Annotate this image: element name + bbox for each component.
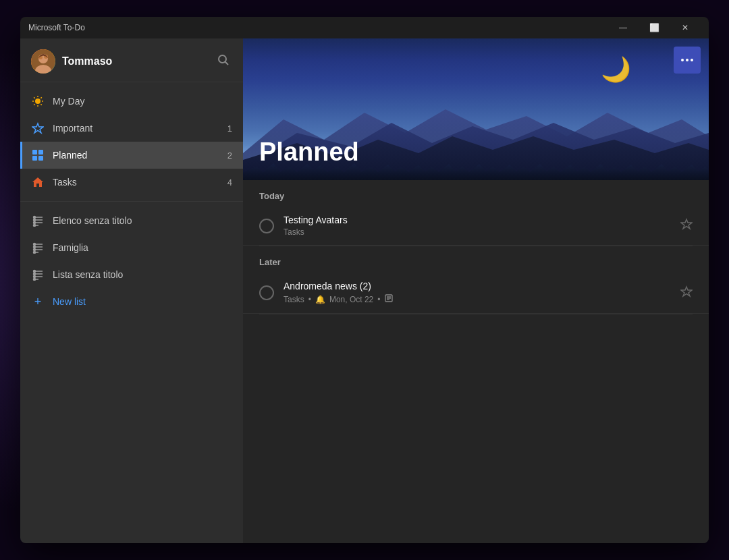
- sidebar-header: Tommaso: [20, 38, 243, 82]
- svg-point-46: [34, 279, 36, 281]
- nav-label-famiglia: Famiglia: [53, 242, 232, 253]
- nav-label-lista: Lista senza titolo: [53, 269, 232, 280]
- minimize-button[interactable]: —: [608, 17, 639, 38]
- svg-rect-21: [38, 156, 43, 161]
- task-meta: Tasks • 🔔 Mon, Oct 22 •: [284, 293, 671, 305]
- sidebar-item-my-day[interactable]: My Day: [20, 88, 243, 115]
- task-item[interactable]: Andromeda news (2) Tasks • 🔔 Mon, Oct 22…: [243, 273, 709, 314]
- sidebar-item-tasks[interactable]: Tasks 4: [20, 169, 243, 196]
- svg-rect-19: [38, 150, 43, 155]
- task-info: Andromeda news (2) Tasks • 🔔 Mon, Oct 22…: [284, 281, 671, 305]
- bell-icon: 🔔: [315, 295, 325, 304]
- user-name: Tommaso: [62, 55, 112, 67]
- page-title: Planned: [259, 138, 359, 167]
- nav-label-important: Important: [53, 123, 211, 134]
- sidebar-item-famiglia[interactable]: Famiglia: [20, 234, 243, 261]
- new-list-label: New list: [53, 296, 86, 307]
- title-bar: Microsoft To-Do — ⬜ ✕: [20, 17, 709, 38]
- task-complete-circle[interactable]: [259, 285, 274, 300]
- nav-label-elenco: Elenco senza titolo: [53, 215, 232, 226]
- svg-point-8: [35, 99, 40, 104]
- svg-point-38: [34, 252, 36, 254]
- task-list-name: Tasks: [284, 295, 304, 304]
- nav-label-tasks: Tasks: [53, 177, 211, 188]
- nav-section: My Day Important 1: [20, 82, 243, 202]
- sidebar-item-planned[interactable]: Planned 2: [20, 142, 243, 169]
- maximize-button[interactable]: ⬜: [639, 17, 670, 38]
- avatar: [31, 49, 55, 74]
- star-icon: [31, 121, 45, 135]
- window-controls: — ⬜ ✕: [608, 17, 701, 38]
- task-meta-dot: •: [308, 295, 311, 304]
- user-info: Tommaso: [31, 49, 112, 74]
- task-title: Testing Avatars: [284, 215, 671, 225]
- svg-point-53: [691, 59, 693, 61]
- svg-point-51: [681, 59, 684, 61]
- svg-marker-54: [681, 219, 692, 229]
- list-icon-1: [31, 214, 45, 227]
- hero-banner: 🌙 Planned: [243, 38, 709, 180]
- nav-label-my-day: My Day: [53, 96, 232, 107]
- svg-line-13: [34, 97, 34, 98]
- svg-rect-18: [32, 150, 37, 155]
- sidebar: Tommaso: [20, 38, 243, 543]
- task-meta: Tasks: [284, 227, 671, 237]
- svg-point-43: [34, 271, 36, 273]
- sidebar-item-elenco[interactable]: Elenco senza titolo: [20, 207, 243, 234]
- list-icon-3: [31, 268, 45, 281]
- task-meta-dot-2: •: [377, 295, 380, 304]
- svg-rect-20: [32, 156, 37, 161]
- plus-icon: +: [31, 295, 45, 308]
- badge-important: 1: [219, 123, 232, 134]
- task-star-button[interactable]: [680, 285, 693, 301]
- svg-line-15: [40, 97, 41, 98]
- badge-planned: 2: [219, 150, 232, 161]
- home-icon: [31, 175, 45, 189]
- app-window: Microsoft To-Do — ⬜ ✕: [20, 17, 709, 543]
- main-content: 🌙 Planned Today Testing Avata: [243, 38, 709, 543]
- moon-icon: 🌙: [601, 55, 628, 82]
- app-title: Microsoft To-Do: [28, 23, 85, 32]
- svg-point-52: [686, 59, 688, 61]
- lists-section: Elenco senza titolo: [20, 202, 243, 543]
- close-button[interactable]: ✕: [670, 17, 701, 38]
- sun-icon: [31, 94, 45, 108]
- svg-point-30: [34, 225, 36, 227]
- svg-point-45: [34, 276, 36, 278]
- task-item[interactable]: Testing Avatars Tasks: [243, 206, 709, 246]
- search-icon[interactable]: [215, 51, 232, 72]
- svg-point-37: [34, 249, 36, 251]
- section-header-later: Later: [243, 246, 709, 273]
- svg-point-44: [34, 273, 36, 275]
- svg-line-14: [40, 104, 41, 105]
- svg-point-35: [34, 244, 36, 246]
- new-list-button[interactable]: + New list: [20, 288, 243, 315]
- svg-point-36: [34, 246, 36, 248]
- list-icon-2: [31, 241, 45, 254]
- task-title: Andromeda news (2): [284, 281, 671, 291]
- task-complete-circle[interactable]: [259, 219, 274, 233]
- grid-icon: [31, 148, 45, 162]
- svg-point-29: [34, 222, 36, 224]
- section-header-today: Today: [243, 180, 709, 206]
- svg-marker-17: [32, 123, 43, 133]
- svg-point-28: [34, 219, 36, 221]
- note-icon: [384, 293, 394, 305]
- task-star-button[interactable]: [680, 218, 693, 233]
- nav-label-planned: Planned: [53, 150, 211, 161]
- hero-menu-button[interactable]: [674, 47, 701, 74]
- task-list-name: Tasks: [284, 227, 304, 237]
- badge-tasks: 4: [219, 177, 232, 188]
- svg-point-27: [34, 217, 36, 219]
- svg-marker-59: [681, 287, 692, 296]
- svg-line-7: [225, 62, 229, 65]
- app-body: Tommaso: [20, 38, 709, 543]
- task-date: Mon, Oct 22: [329, 295, 373, 304]
- task-area: Today Testing Avatars Tasks: [243, 180, 709, 543]
- svg-marker-22: [32, 177, 43, 187]
- svg-point-6: [219, 55, 226, 63]
- sidebar-item-lista[interactable]: Lista senza titolo: [20, 261, 243, 288]
- svg-line-16: [34, 104, 34, 105]
- sidebar-item-important[interactable]: Important 1: [20, 115, 243, 142]
- empty-space: [243, 314, 709, 449]
